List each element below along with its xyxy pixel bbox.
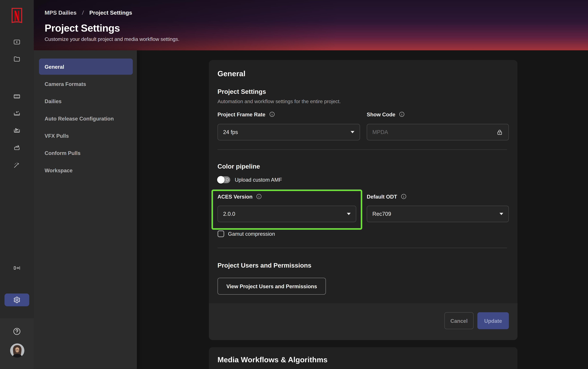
gamut-compression-label: Gamut compression [228,231,275,237]
frame-rate-label: Project Frame Rate [217,111,275,117]
gear-icon [13,296,21,304]
show-code-input[interactable] [372,129,496,135]
breadcrumb-project-link[interactable]: MPS Dailies [45,9,76,16]
chevron-down-icon [500,213,503,215]
nav-item-camera-formats[interactable]: Camera Formats [39,76,133,92]
film-trim-icon[interactable] [13,127,21,134]
handoff-icon[interactable] [13,264,21,272]
cancel-button[interactable]: Cancel [444,312,474,329]
toggle-off-indicator [226,178,229,181]
gamut-compression-checkbox[interactable] [217,230,224,237]
gamut-compression-row: Gamut compression [217,230,275,237]
breadcrumb-separator: / [82,9,84,16]
app-rail [0,0,34,369]
settings-nav: General Camera Formats Dailies Auto Rele… [34,50,137,369]
amf-toggle-row: Upload custom AMF [217,176,282,183]
breadcrumb-current-page: Project Settings [89,9,132,16]
color-pipeline-heading: Color pipeline [217,163,260,170]
view-users-permissions-button[interactable]: View Project Users and Permissions [217,278,326,295]
default-odt-info-icon[interactable] [401,193,407,200]
chevron-down-icon [351,131,354,133]
users-permissions-heading: Project Users and Permissions [217,262,311,269]
aces-version-label: ACES Version [217,193,262,200]
aces-version-info-icon[interactable] [256,193,262,200]
show-code-info-icon[interactable] [399,111,405,117]
section-divider [217,149,507,150]
page-header: MPS Dailies / Project Settings Project S… [34,0,588,50]
film-enhance-icon[interactable] [13,110,21,117]
netflix-logo[interactable] [11,8,22,25]
user-avatar[interactable] [10,343,24,358]
magic-wand-icon[interactable] [13,161,21,169]
show-code-field [367,124,509,140]
nav-item-dailies[interactable]: Dailies [39,93,133,109]
projects-folder-icon[interactable] [13,55,21,63]
breadcrumb: MPS Dailies / Project Settings [45,9,132,16]
video-player-icon[interactable] [13,38,21,46]
section-divider [217,248,507,248]
nav-item-auto-release-configuration[interactable]: Auto Release Configuration [39,110,133,126]
nav-item-workspace[interactable]: Workspace [39,162,133,178]
footer-actions: Cancel Update [444,312,509,329]
project-settings-heading: Project Settings [217,88,266,96]
update-button[interactable]: Update [477,312,509,329]
settings-gear-button[interactable] [4,294,29,306]
project-settings-description: Automation and workflow settings for the… [217,99,341,104]
frame-rate-select[interactable]: 24 fps [217,124,360,140]
aces-version-select[interactable]: 2.0.0 [217,206,356,222]
page-subtitle: Customize your default project and media… [45,36,179,42]
show-code-label: Show Code [367,111,405,117]
amf-toggle[interactable] [217,176,230,183]
default-odt-select[interactable]: Rec709 [367,206,509,222]
card-footer: Cancel Update [209,303,518,340]
nav-item-vfx-pulls[interactable]: VFX Pulls [39,128,133,144]
help-icon[interactable] [13,327,21,336]
page-title: Project Settings [45,22,120,34]
mps-dailies-app: MPS Dailies / Project Settings Project S… [0,0,588,369]
amf-toggle-label: Upload custom AMF [235,177,282,183]
lock-icon [496,129,503,136]
chevron-down-icon [347,213,351,215]
film-strip-icon[interactable] [13,93,21,100]
default-odt-label: Default ODT [367,193,407,200]
conform-pull-icon[interactable] [13,144,21,152]
card-title-media-workflows: Media Workflows & Algorithms [217,355,327,364]
frame-rate-info-icon[interactable] [269,111,275,117]
nav-item-conform-pulls[interactable]: Conform Pulls [39,145,133,161]
media-workflows-card: Media Workflows & Algorithms [209,347,518,369]
toggle-knob [217,176,225,184]
nav-item-general[interactable]: General [39,59,133,75]
card-title-general: General [217,70,245,78]
general-settings-card: General Project Settings Automation and … [209,60,518,340]
